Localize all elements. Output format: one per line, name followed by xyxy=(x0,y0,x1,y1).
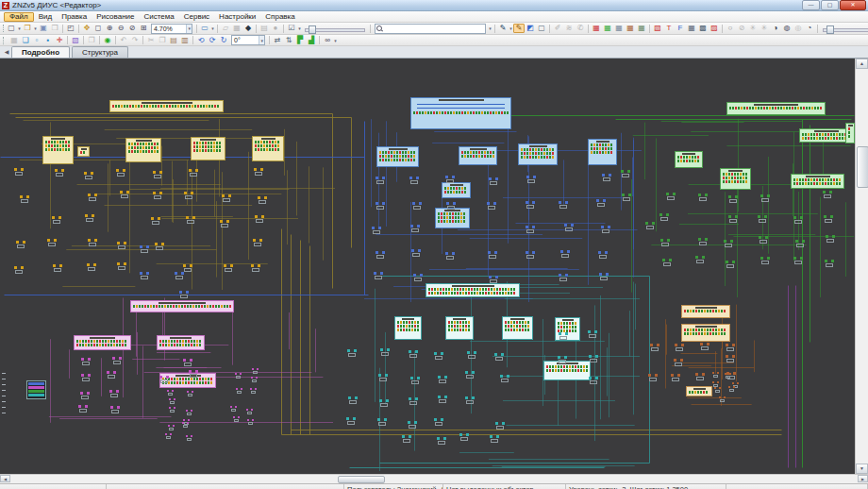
blue-group-symbol[interactable] xyxy=(601,226,610,233)
orange-group-symbol[interactable] xyxy=(671,374,680,381)
yellow-group-symbol[interactable] xyxy=(116,169,125,177)
pink-group-symbol[interactable] xyxy=(236,388,242,394)
add-node-icon[interactable]: ✛ xyxy=(54,36,65,45)
yellow-group-symbol[interactable] xyxy=(183,264,192,272)
green-group-symbol[interactable] xyxy=(824,215,833,223)
blue-group-block[interactable] xyxy=(442,182,471,198)
green-group-symbol[interactable] xyxy=(659,213,669,221)
pink-group-symbol[interactable] xyxy=(250,388,257,394)
green-group-symbol[interactable] xyxy=(759,236,768,244)
yellow-group-symbol[interactable] xyxy=(189,169,198,177)
zoom-out-icon[interactable]: ⊖ xyxy=(115,24,126,33)
pen-style-icon[interactable]: ✎ xyxy=(497,24,509,33)
cyan-group-symbol[interactable] xyxy=(558,356,567,363)
orange-group-block[interactable] xyxy=(681,305,730,318)
green-group-symbol[interactable] xyxy=(758,215,767,223)
pink-group-symbol[interactable] xyxy=(165,433,172,439)
cyan-group-symbol[interactable] xyxy=(380,348,390,356)
blue-group-block[interactable] xyxy=(410,97,511,129)
yellow-group-symbol[interactable] xyxy=(153,192,162,199)
green-group-header-block[interactable] xyxy=(726,102,826,115)
yellow-group-block[interactable] xyxy=(125,138,161,162)
cyan-group-symbol[interactable] xyxy=(465,371,475,379)
zoom-previous-icon[interactable]: ⊘ xyxy=(126,24,138,33)
security-shield-icon[interactable]: ◆ xyxy=(242,24,254,33)
cyan-group-symbol[interactable] xyxy=(346,417,356,425)
blue-group-symbol[interactable] xyxy=(602,174,611,181)
maximize-button[interactable]: ▢ xyxy=(821,0,839,10)
blue-group-symbol[interactable] xyxy=(526,201,535,209)
table-view-icon[interactable]: ▦ xyxy=(686,24,697,33)
rotate-angle-combo[interactable]: 0°▾ xyxy=(231,35,265,45)
display-mode-icon[interactable]: ▭ xyxy=(199,24,210,33)
yellow-group-block[interactable] xyxy=(252,136,284,161)
blue-group-symbol[interactable] xyxy=(376,251,385,259)
select-region-icon[interactable]: ▢ xyxy=(536,24,547,33)
yellow-group-symbol[interactable] xyxy=(253,239,262,246)
pink-group-symbol[interactable] xyxy=(112,357,122,364)
zoom-level-combo-caret[interactable]: ▾ xyxy=(186,25,192,33)
save-icon[interactable]: ▣ xyxy=(38,24,49,33)
cyan-group-block[interactable] xyxy=(394,316,422,340)
find-menu[interactable]: ▾ xyxy=(333,38,338,43)
blue-group-symbol[interactable] xyxy=(489,177,498,185)
yellow-group-symbol[interactable] xyxy=(258,196,267,204)
yellow-group-symbol[interactable] xyxy=(186,216,195,224)
edit-pencil-icon[interactable]: ✎ xyxy=(513,24,525,33)
blue-group-symbol[interactable] xyxy=(559,274,568,281)
zoom-level-combo[interactable]: 4.70%▾ xyxy=(151,24,192,34)
blue-group-block[interactable] xyxy=(376,146,419,167)
green-group-symbol[interactable] xyxy=(728,195,738,203)
snap-grid-icon[interactable]: ▪ xyxy=(42,36,54,45)
flip-horizontal-icon[interactable]: ⇄ xyxy=(272,36,283,45)
blue-group-symbol[interactable] xyxy=(596,199,606,207)
pink-group-symbol[interactable] xyxy=(230,406,237,412)
blue-group-symbol[interactable] xyxy=(412,202,422,210)
pink-group-symbol[interactable] xyxy=(80,392,90,399)
pink-group-symbol[interactable] xyxy=(233,416,240,422)
yellow-group-symbol[interactable] xyxy=(140,245,149,253)
scroll-down-icon[interactable]: ▼ xyxy=(856,464,868,474)
state-pie-icon[interactable]: ◔ xyxy=(804,24,815,33)
menu-item-рисование[interactable]: Рисование xyxy=(92,12,139,22)
cyan-group-symbol[interactable] xyxy=(589,355,598,363)
scroll-left-icon[interactable]: ◀ xyxy=(0,475,10,482)
blue-group-symbol[interactable] xyxy=(372,227,381,234)
yellow-group-symbol[interactable] xyxy=(175,272,184,279)
zoom-window-icon[interactable]: ◻ xyxy=(92,24,104,33)
green-group-symbol[interactable] xyxy=(760,194,770,202)
horizontal-scroll-thumb[interactable] xyxy=(338,476,385,483)
orange-group-symbol[interactable] xyxy=(650,344,659,351)
flip-vertical-icon[interactable]: ⇅ xyxy=(283,36,294,45)
yellow-group-block[interactable] xyxy=(191,137,225,160)
blue-group-symbol[interactable] xyxy=(409,177,419,184)
cyan-group-symbol[interactable] xyxy=(437,437,446,445)
schematic-canvas[interactable] xyxy=(0,59,855,474)
orange-group-symbol[interactable] xyxy=(675,344,684,351)
cyan-group-symbol[interactable] xyxy=(438,396,447,403)
yellow-group-symbol[interactable] xyxy=(179,291,189,298)
false-state-icon[interactable]: F xyxy=(675,24,686,33)
cyan-group-symbol[interactable] xyxy=(467,351,476,359)
blue-group-symbol[interactable] xyxy=(410,225,420,232)
yellow-group-symbol[interactable] xyxy=(52,216,61,224)
snap-point-icon[interactable]: ▫ xyxy=(31,36,42,45)
blue-group-block[interactable] xyxy=(518,143,558,165)
blue-group-symbol[interactable] xyxy=(446,202,456,210)
green-group-symbol[interactable] xyxy=(728,215,738,223)
cyan-group-symbol[interactable] xyxy=(500,375,509,382)
cyan-group-symbol[interactable] xyxy=(559,332,568,340)
orange-group-symbol[interactable] xyxy=(714,387,721,393)
cyan-group-symbol[interactable] xyxy=(409,397,418,405)
yellow-group-symbol[interactable] xyxy=(220,220,229,228)
blue-group-symbol[interactable] xyxy=(445,176,455,183)
cyan-group-block[interactable] xyxy=(502,316,533,340)
green-group-symbol[interactable] xyxy=(666,193,676,200)
pink-group-symbol[interactable] xyxy=(183,359,192,366)
yellow-group-symbol[interactable] xyxy=(14,266,24,274)
menu-item-система[interactable]: Система xyxy=(139,12,178,22)
bring-front-icon[interactable]: ▛ xyxy=(294,36,306,45)
cyan-group-symbol[interactable] xyxy=(589,377,598,384)
blue-group-symbol[interactable] xyxy=(445,252,455,260)
pink-group-symbol[interactable] xyxy=(159,376,169,383)
